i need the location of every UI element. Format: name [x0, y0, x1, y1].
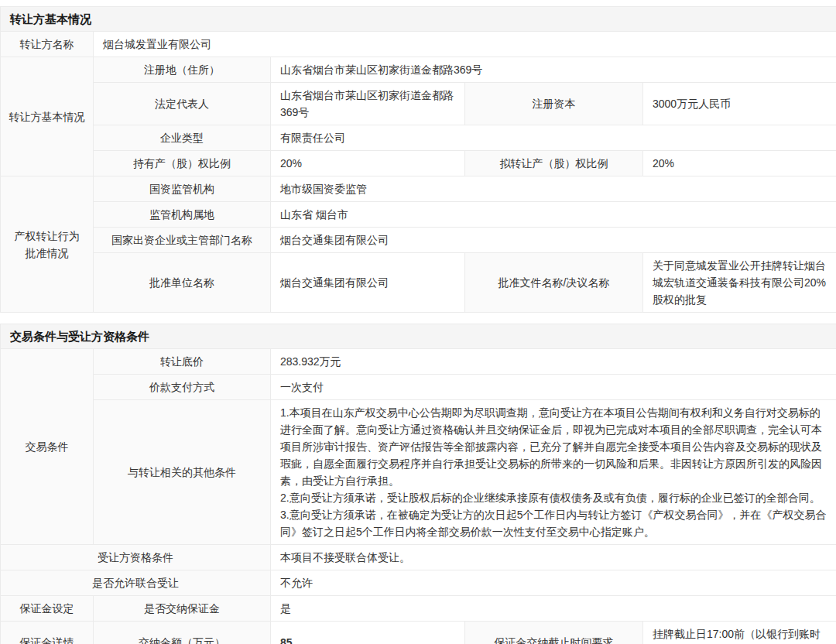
approval-group-label: 产权转让行为 批准情况 — [1, 176, 94, 313]
table-row: 转让方名称 烟台城发置业有限公司 — [1, 32, 836, 57]
transferor-basic-group-label: 转让方基本情况 — [1, 57, 94, 176]
table-row: 保证金详情 交纳金额（万元） 85 保证金交纳截止时间要求 挂牌截止日17:00… — [1, 622, 836, 644]
state-funded-enterprise-value: 烟台交通集团有限公司 — [271, 228, 836, 253]
registered-capital-value: 3000万元人民币 — [643, 83, 836, 125]
deposit-required-label: 是否交纳保证金 — [94, 596, 271, 622]
held-equity-ratio-value: 20% — [271, 151, 465, 176]
table-row: 价款支付方式 一次支付 — [1, 375, 836, 400]
approval-unit-label: 批准单位名称 — [94, 253, 271, 313]
approval-document-label: 批准文件名称/决议名称 — [465, 253, 643, 313]
table-row: 监管机构属地 山东省 烟台市 — [1, 202, 836, 228]
deposit-setting-group-label: 保证金设定 — [1, 596, 94, 622]
table-row: 法定代表人 山东省烟台市莱山区初家街道金都路369号 注册资本 3000万元人民… — [1, 83, 836, 125]
joint-transfer-value: 不允许 — [271, 570, 836, 596]
other-conditions-label: 与转让相关的其他条件 — [94, 400, 271, 545]
table-row: 是否允许联合受让 不允许 — [1, 570, 836, 596]
proposed-transfer-ratio-value: 20% — [643, 151, 836, 176]
proposed-transfer-ratio-label: 拟转让产（股）权比例 — [465, 151, 643, 176]
joint-transfer-label: 是否允许联合受让 — [1, 570, 271, 596]
table-row: 持有产（股）权比例 20% 拟转让产（股）权比例 20% — [1, 151, 836, 176]
transferor-section-table: 转让方基本情况 转让方名称 烟台城发置业有限公司 转让方基本情况 注册地（住所）… — [0, 6, 836, 313]
table-row: 受让方资格条件 本项目不接受联合体受让。 — [1, 545, 836, 570]
other-conditions-value: 1.本项目在山东产权交易中心公告期即为尽职调查期，意向受让方在本项目公告期间有权… — [271, 400, 836, 545]
state-funded-enterprise-label: 国家出资企业或主管部门名称 — [94, 228, 271, 253]
deposit-deadline-value: 挂牌截止日17:00前（以银行到账时间为准） — [643, 622, 836, 644]
payment-method-value: 一次支付 — [271, 375, 836, 400]
section-title-transferor: 转让方基本情况 — [1, 7, 836, 32]
registered-capital-label: 注册资本 — [465, 83, 643, 125]
deposit-deadline-label: 保证金交纳截止时间要求 — [465, 622, 643, 644]
table-row: 交易条件 转让底价 283.932万元 — [1, 349, 836, 375]
enterprise-type-value: 有限责任公司 — [271, 125, 836, 151]
table-row: 企业类型 有限责任公司 — [1, 125, 836, 151]
payment-method-label: 价款支付方式 — [94, 375, 271, 400]
transaction-section-table: 交易条件与受让方资格条件 交易条件 转让底价 283.932万元 价款支付方式 … — [0, 324, 836, 644]
transferee-qualification-label: 受让方资格条件 — [1, 545, 271, 570]
approval-unit-value: 烟台交通集团有限公司 — [271, 253, 465, 313]
transferor-name-value: 烟台城发置业有限公司 — [94, 32, 836, 57]
trade-conditions-group-label: 交易条件 — [1, 349, 94, 545]
section-title-transaction: 交易条件与受让方资格条件 — [1, 324, 836, 349]
section-header-row: 交易条件与受让方资格条件 — [1, 324, 836, 349]
registered-address-label: 注册地（住所） — [94, 57, 271, 83]
regulator-region-label: 监管机构属地 — [94, 202, 271, 228]
deposit-amount-label: 交纳金额（万元） — [94, 622, 271, 644]
section-header-row: 转让方基本情况 — [1, 7, 836, 32]
deposit-required-value: 是 — [271, 596, 836, 622]
registered-address-value: 山东省烟台市莱山区初家街道金都路369号 — [271, 57, 836, 83]
table-row: 与转让相关的其他条件 1.本项目在山东产权交易中心公告期即为尽职调查期，意向受让… — [1, 400, 836, 545]
enterprise-type-label: 企业类型 — [94, 125, 271, 151]
deposit-amount-value: 85 — [271, 622, 465, 644]
sasac-regulator-label: 国资监管机构 — [94, 176, 271, 202]
legal-representative-value: 山东省烟台市莱山区初家街道金都路369号 — [271, 83, 465, 125]
legal-representative-label: 法定代表人 — [94, 83, 271, 125]
table-row: 批准单位名称 烟台交通集团有限公司 批准文件名称/决议名称 关于同意城发置业公开… — [1, 253, 836, 313]
approval-document-value: 关于同意城发置业公开挂牌转让烟台城宏轨道交通装备科技有限公司20%股权的批复 — [643, 253, 836, 313]
transferee-qualification-value: 本项目不接受联合体受让。 — [271, 545, 836, 570]
deposit-detail-group-label: 保证金详情 — [1, 622, 94, 644]
table-row: 国家出资企业或主管部门名称 烟台交通集团有限公司 — [1, 228, 836, 253]
regulator-region-value: 山东省 烟台市 — [271, 202, 836, 228]
sasac-regulator-value: 地市级国资委监管 — [271, 176, 836, 202]
table-row: 保证金设定 是否交纳保证金 是 — [1, 596, 836, 622]
table-row: 产权转让行为 批准情况 国资监管机构 地市级国资委监管 — [1, 176, 836, 202]
held-equity-ratio-label: 持有产（股）权比例 — [94, 151, 271, 176]
table-row: 转让方基本情况 注册地（住所） 山东省烟台市莱山区初家街道金都路369号 — [1, 57, 836, 83]
page: 转让方基本情况 转让方名称 烟台城发置业有限公司 转让方基本情况 注册地（住所）… — [0, 0, 836, 644]
floor-price-value: 283.932万元 — [271, 349, 836, 375]
floor-price-label: 转让底价 — [94, 349, 271, 375]
transferor-name-label: 转让方名称 — [1, 32, 94, 57]
